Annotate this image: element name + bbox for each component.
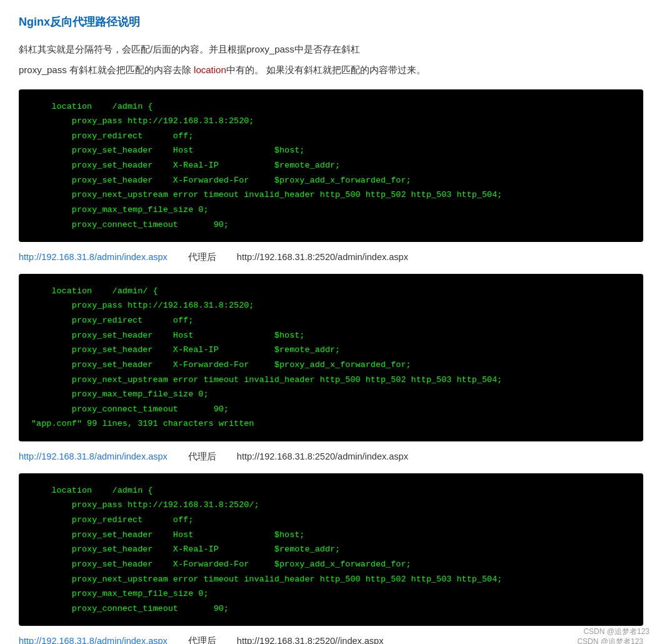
section-2: location /admin/ { proxy_pass http://192… bbox=[19, 274, 643, 465]
url-line-1: http://192.168.31.8/admin/index.aspx 代理后… bbox=[19, 249, 643, 265]
url-to-1: http://192.168.31.8:2520/admin/index.asp… bbox=[237, 249, 408, 265]
url-sep-2: 代理后 bbox=[179, 449, 226, 465]
url-from-2[interactable]: http://192.168.31.8/admin/index.aspx bbox=[19, 449, 168, 465]
footer-watermark: CSDN @追梦者123 bbox=[583, 625, 649, 638]
url-from-1[interactable]: http://192.168.31.8/admin/index.aspx bbox=[19, 249, 168, 265]
url-to-3: http://192.168.31.8:2520//index.aspx bbox=[237, 633, 384, 644]
url-line-3: http://192.168.31.8/admin/index.aspx 代理后… bbox=[19, 633, 643, 644]
section-3: location /admin { proxy_pass http://192.… bbox=[19, 473, 643, 644]
code-block-2: location /admin/ { proxy_pass http://192… bbox=[19, 274, 643, 441]
code-block-3: location /admin { proxy_pass http://192.… bbox=[19, 473, 643, 626]
code-block-1: location /admin { proxy_pass http://192.… bbox=[19, 89, 643, 243]
url-sep-3: 代理后 bbox=[179, 633, 226, 644]
url-sep-1: 代理后 bbox=[179, 249, 226, 265]
intro-text-1: 斜杠其实就是分隔符号，会匹配/后面的内容。并且根据proxy_pass中是否存在… bbox=[19, 41, 643, 58]
section-1: location /admin { proxy_pass http://192.… bbox=[19, 89, 643, 265]
url-line-2: http://192.168.31.8/admin/index.aspx 代理后… bbox=[19, 449, 643, 465]
page-title: Nginx反向代理路径说明 bbox=[19, 13, 643, 32]
url-from-3[interactable]: http://192.168.31.8/admin/index.aspx bbox=[19, 633, 168, 644]
url-to-2: http://192.168.31.8:2520/admin/index.asp… bbox=[237, 449, 408, 465]
intro-text-2: proxy_pass 有斜杠就会把匹配的内容去除 location中有的。 如果… bbox=[19, 61, 643, 78]
highlight-location: location bbox=[194, 64, 226, 75]
